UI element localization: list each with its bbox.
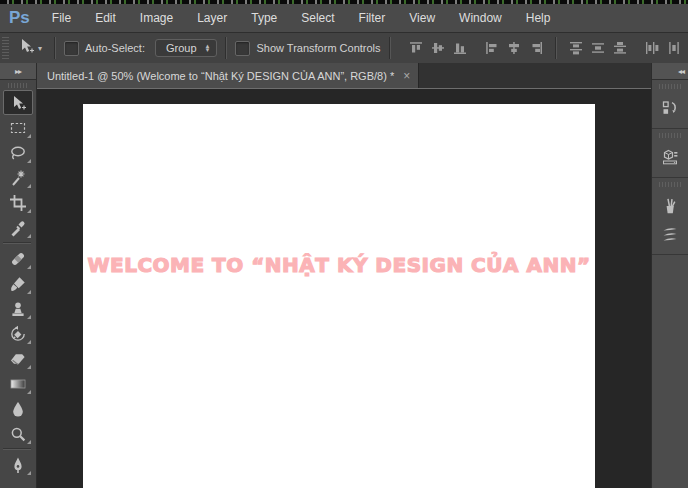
divider [555,37,557,59]
menu-bar: Ps FileEditImageLayerTypeSelectFilterVie… [0,4,688,33]
crop-tool[interactable] [3,190,33,215]
move-tool-icon [17,37,35,59]
history-panel-icon[interactable] [655,94,685,122]
gradient-tool[interactable] [3,371,33,396]
menu-file[interactable]: File [42,7,81,29]
dock-group-grip[interactable] [659,182,681,187]
history-brush-tool[interactable] [3,321,33,346]
distribute-vertical-centers-icon[interactable] [587,38,609,58]
chevron-down-icon: ▾ [38,44,42,53]
brush-presets-panel-icon[interactable] [655,220,685,248]
canvas[interactable]: WELCOME TO “NHẬT KÝ DESIGN CỦA ANN” [83,104,595,488]
dock-group [652,178,688,255]
tool-group-divider [3,242,31,244]
panel-dock: ◂◂ [651,63,688,488]
tools-collapse-button[interactable]: ▸▸ [0,63,36,80]
group-dropdown-value: Group [166,42,197,54]
group-dropdown[interactable]: Group ▲▼ [155,39,218,57]
menu-items: FileEditImageLayerTypeSelectFilterViewWi… [42,7,561,29]
menu-help[interactable]: Help [516,7,561,29]
menu-filter[interactable]: Filter [349,7,396,29]
auto-select-checkbox[interactable] [64,41,79,56]
menu-edit[interactable]: Edit [85,7,126,29]
divider [225,37,227,59]
document-tab-bar: Untitled-1 @ 50% (Welcome to “Nhật Ký DE… [37,63,651,88]
pen-tool[interactable] [3,452,33,477]
dock-group [652,80,688,129]
rectangular-marquee-tool[interactable] [3,115,33,140]
align-left-edges-icon[interactable] [481,38,503,58]
align-bottom-edges-icon[interactable] [449,38,471,58]
auto-select-option[interactable]: Auto-Select: [64,41,145,56]
show-transform-checkbox[interactable] [235,41,250,56]
document-tab-title: Untitled-1 @ 50% (Welcome to “Nhật Ký DE… [47,70,394,82]
menu-type[interactable]: Type [241,7,287,29]
menu-select[interactable]: Select [291,7,344,29]
dodge-tool[interactable] [3,421,33,446]
dock-groups [652,80,688,255]
distribute-horizontal-centers-icon[interactable] [663,38,685,58]
distribute-bottom-edges-icon[interactable] [609,38,631,58]
dock-collapse-button[interactable]: ◂◂ [652,63,688,80]
align-right-edges-icon[interactable] [525,38,547,58]
magic-wand-tool[interactable] [3,165,33,190]
eyedropper-tool[interactable] [3,215,33,240]
options-bar: ▾ Auto-Select: Group ▲▼ Show Transform C… [0,33,688,64]
tools-panel-grip[interactable] [8,83,28,88]
blur-tool[interactable] [3,396,33,421]
photoshop-window: Ps FileEditImageLayerTypeSelectFilterVie… [0,0,688,488]
clone-stamp-tool[interactable] [3,296,33,321]
workspace: ▸▸ Untitled-1 @ 50% (Welcome to “Nhật Ký… [0,63,688,488]
options-bar-grip[interactable] [2,37,9,59]
dock-group-grip[interactable] [659,133,681,138]
current-tool-button[interactable]: ▾ [13,35,46,61]
document-area: Untitled-1 @ 50% (Welcome to “Nhật Ký DE… [37,63,651,488]
dock-group [652,129,688,178]
3d-panel-icon[interactable] [655,143,685,171]
lasso-tool[interactable] [3,140,33,165]
document-viewport[interactable]: WELCOME TO “NHẬT KÝ DESIGN CỦA ANN” [37,88,651,488]
canvas-text: WELCOME TO “NHẬT KÝ DESIGN CỦA ANN” [83,253,595,277]
distribute-top-edges-icon[interactable] [565,38,587,58]
divider [54,37,56,59]
show-transform-option[interactable]: Show Transform Controls [235,41,380,56]
menu-layer[interactable]: Layer [187,7,237,29]
document-tab[interactable]: Untitled-1 @ 50% (Welcome to “Nhật Ký DE… [37,63,419,88]
tool-group-divider [3,448,31,450]
close-tab-icon[interactable]: × [403,69,410,83]
dock-group-grip[interactable] [659,84,681,89]
menu-image[interactable]: Image [130,7,183,29]
photoshop-logo: Ps [0,8,42,28]
divider [389,37,391,59]
move-tool[interactable] [3,90,33,115]
updown-arrows-icon: ▲▼ [205,44,211,52]
brush-panel-icon[interactable] [655,192,685,220]
menu-window[interactable]: Window [449,7,512,29]
align-vertical-centers-icon[interactable] [427,38,449,58]
show-transform-label: Show Transform Controls [256,42,380,54]
tool-list [3,90,33,477]
eraser-tool[interactable] [3,346,33,371]
distribute-left-edges-icon[interactable] [641,38,663,58]
tools-panel: ▸▸ [0,63,37,488]
align-top-edges-icon[interactable] [405,38,427,58]
menu-view[interactable]: View [399,7,445,29]
align-horizontal-centers-icon[interactable] [503,38,525,58]
align-distribute-toolbar [405,37,685,59]
brush-tool[interactable] [3,271,33,296]
auto-select-label: Auto-Select: [85,42,145,54]
spot-healing-brush-tool[interactable] [3,246,33,271]
